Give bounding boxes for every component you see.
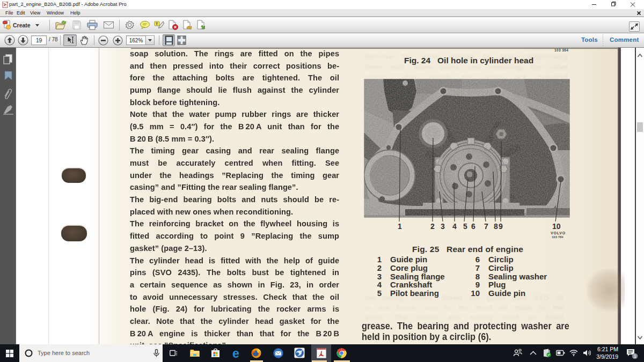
svg-text:1: 1	[634, 353, 636, 359]
svg-text:T: T	[156, 22, 158, 26]
